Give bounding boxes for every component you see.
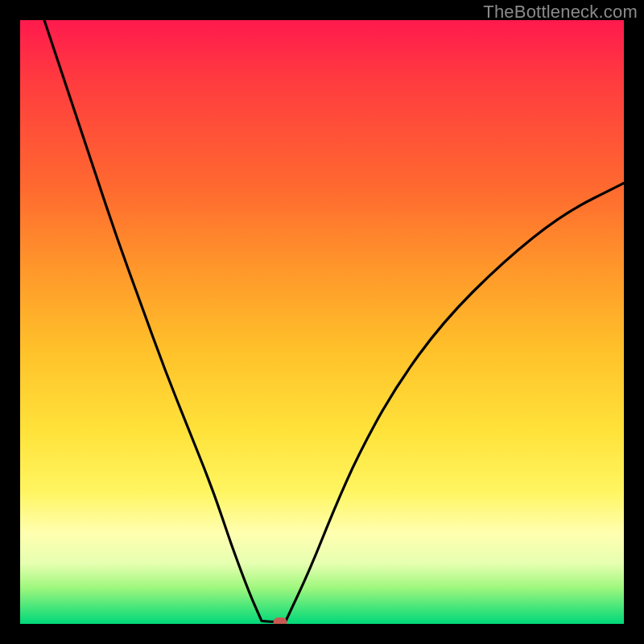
watermark-text: TheBottleneck.com xyxy=(483,2,638,23)
chart-frame xyxy=(0,0,644,644)
